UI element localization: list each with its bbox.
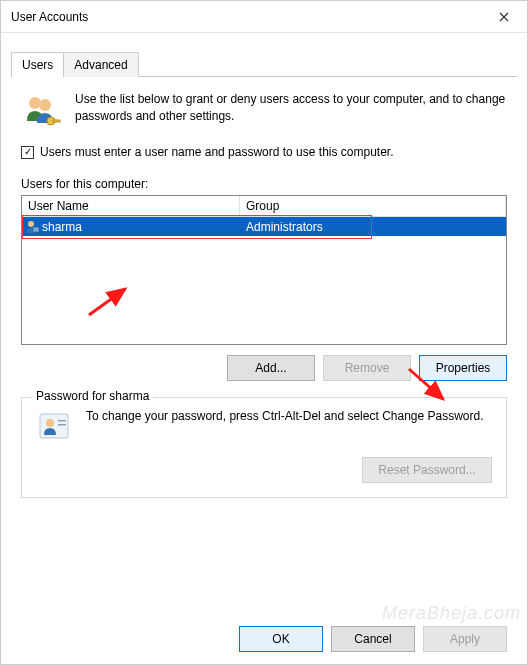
svg-rect-5 xyxy=(33,227,39,232)
user-badge-icon xyxy=(36,408,72,447)
close-button[interactable] xyxy=(481,1,527,33)
cancel-button[interactable]: Cancel xyxy=(331,626,415,652)
row-group: Administrators xyxy=(240,220,506,234)
svg-point-0 xyxy=(29,97,41,109)
titlebar: User Accounts xyxy=(1,1,527,33)
user-icon xyxy=(26,220,40,234)
tab-advanced[interactable]: Advanced xyxy=(63,52,138,77)
tab-users[interactable]: Users xyxy=(11,52,64,77)
reset-password-button: Reset Password... xyxy=(362,457,492,483)
add-button[interactable]: Add... xyxy=(227,355,315,381)
svg-rect-9 xyxy=(58,424,66,426)
dialog-buttons: OK Cancel Apply xyxy=(239,626,507,652)
svg-point-4 xyxy=(28,221,34,227)
svg-point-1 xyxy=(39,99,51,111)
svg-rect-8 xyxy=(58,420,66,422)
user-accounts-window: User Accounts UsersAdvanced Use the list… xyxy=(0,0,528,665)
column-group[interactable]: Group xyxy=(240,196,506,217)
tab-content: Use the list below to grant or deny user… xyxy=(1,77,527,510)
svg-point-7 xyxy=(46,419,54,427)
password-instructions: To change your password, press Ctrl-Alt-… xyxy=(86,408,484,447)
tab-strip: UsersAdvanced xyxy=(11,51,517,77)
watermark-text: MeraBheja.com xyxy=(382,603,521,624)
svg-rect-3 xyxy=(53,120,60,122)
window-title: User Accounts xyxy=(11,10,88,24)
apply-button: Apply xyxy=(423,626,507,652)
list-buttons: Add... Remove Properties xyxy=(21,355,507,381)
intro-text: Use the list below to grant or deny user… xyxy=(75,91,507,131)
table-row[interactable]: sharma Administrators xyxy=(22,217,506,236)
users-keys-icon xyxy=(21,91,61,131)
intro-row: Use the list below to grant or deny user… xyxy=(21,91,507,131)
password-fieldset: Password for sharma To change your passw… xyxy=(21,397,507,498)
users-list-label: Users for this computer: xyxy=(21,177,507,191)
remove-button: Remove xyxy=(323,355,411,381)
column-username[interactable]: User Name xyxy=(22,196,240,217)
properties-button[interactable]: Properties xyxy=(419,355,507,381)
row-username: sharma xyxy=(42,220,82,234)
require-login-checkbox[interactable]: ✓ Users must enter a user name and passw… xyxy=(21,145,507,159)
ok-button[interactable]: OK xyxy=(239,626,323,652)
list-header: User Name Group xyxy=(22,196,506,217)
checkmark-icon: ✓ xyxy=(21,146,34,159)
password-legend: Password for sharma xyxy=(32,389,153,403)
users-listbox[interactable]: User Name Group sharma Administrators xyxy=(21,195,507,345)
require-login-label: Users must enter a user name and passwor… xyxy=(40,145,394,159)
close-icon xyxy=(499,12,509,22)
